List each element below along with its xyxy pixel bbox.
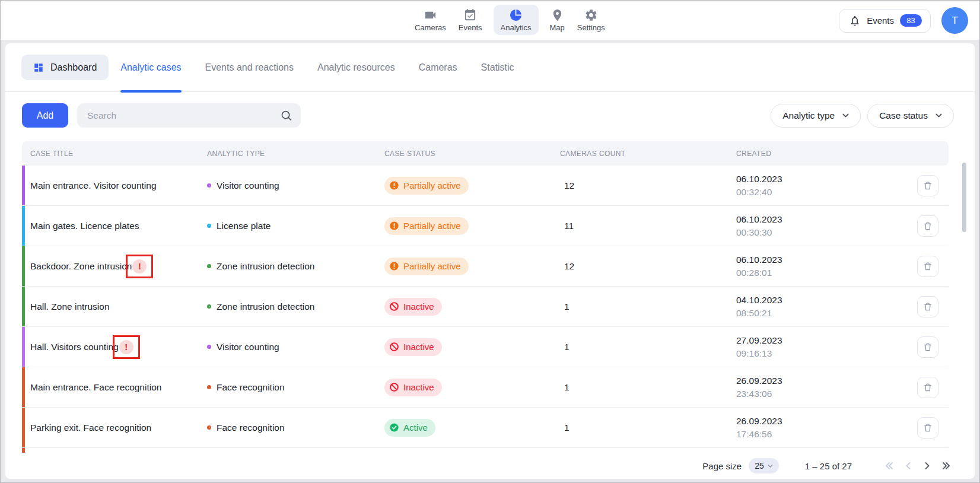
type-ring-icon (207, 385, 211, 389)
partial-table-row (22, 448, 949, 453)
table-row[interactable]: Hall. Visitors counting!Visitor counting… (22, 327, 949, 367)
tab-analytic-resources[interactable]: Analytic resources (317, 43, 395, 92)
row-color-bar (22, 287, 25, 326)
table-row[interactable]: Main gates. Licence platesLicense plateP… (22, 206, 949, 246)
annotation-box: ! (113, 335, 140, 359)
add-button[interactable]: Add (22, 103, 68, 128)
table-row[interactable]: Main entrance. Visitor countingVisitor c… (22, 166, 949, 206)
case-title-cell: Main gates. Licence plates (22, 221, 207, 231)
nav-item-label: Analytics (501, 23, 532, 32)
filter-case-status[interactable]: Case status (867, 104, 954, 128)
pagination-range: 1 – 25 of 27 (805, 461, 852, 471)
prev-page-button[interactable] (901, 458, 916, 474)
created-date: 27.09.2023 (736, 334, 917, 347)
videocam-icon (424, 8, 437, 22)
tab-statistic[interactable]: Statistic (481, 43, 514, 92)
created-time: 08:50:21 (736, 307, 917, 320)
status-label: Inactive (403, 382, 434, 392)
app-window: CamerasEventsAnalyticsMapSettings Events… (0, 0, 980, 483)
status-label: Inactive (403, 301, 434, 312)
case-title-cell: Hall. Visitors counting! (22, 335, 207, 359)
chevron-down-icon (841, 110, 851, 120)
tab-cameras[interactable]: Cameras (419, 43, 457, 92)
delete-button[interactable] (917, 417, 938, 438)
analytic-type-label: Visitor counting (217, 180, 279, 191)
nav-item-cameras[interactable]: Cameras (413, 5, 447, 35)
cameras-count-cell: 12 (560, 261, 736, 272)
created-cell: 04.10.202308:50:21 (736, 294, 917, 320)
created-date: 26.09.2023 (736, 415, 917, 428)
delete-button[interactable] (917, 296, 938, 317)
first-page-button[interactable] (882, 458, 897, 474)
analytic-type-cell: Zone intrusion detection (207, 301, 384, 312)
status-badge: Inactive (384, 379, 442, 396)
case-title-cell: Hall. Zone intrusion (22, 301, 207, 312)
delete-button[interactable] (917, 215, 938, 237)
delete-button[interactable] (917, 256, 938, 277)
case-title-cell: Parking exit. Face recognition (22, 422, 207, 433)
analytic-type-cell: Face recognition (207, 382, 384, 393)
created-time: 23:43:06 (736, 387, 917, 401)
nav-item-settings[interactable]: Settings (576, 5, 606, 35)
tabs-bar: Dashboard Analytic casesEvents and react… (5, 43, 975, 92)
type-ring-icon (207, 183, 211, 188)
actions-cell (917, 417, 949, 438)
top-right-cluster: Events 83 T (839, 1, 968, 40)
created-time: 17:46:56 (736, 428, 917, 441)
page-background: Dashboard Analytic casesEvents and react… (1, 40, 979, 482)
case-status-cell: Partially active (384, 258, 560, 275)
delete-button[interactable] (917, 336, 938, 358)
actions-cell (917, 175, 949, 196)
pager (882, 458, 954, 474)
type-ring-icon (207, 264, 211, 268)
analytic-type-cell: License plate (207, 221, 384, 231)
actions-cell (917, 215, 949, 237)
created-date: 06.10.2023 (736, 213, 917, 226)
filter-analytic-type[interactable]: Analytic type (771, 104, 861, 128)
table-row[interactable]: Hall. Zone intrusionZone intrusion detec… (22, 287, 949, 327)
last-page-button[interactable] (938, 458, 954, 474)
trash-icon (922, 301, 933, 312)
cameras-count-cell: 1 (560, 301, 736, 312)
filter-label: Analytic type (782, 110, 835, 121)
pie-chart-icon (509, 8, 523, 22)
dashboard-label: Dashboard (50, 62, 97, 73)
trash-icon (922, 422, 933, 433)
delete-button[interactable] (917, 377, 938, 398)
column-header-created: CREATED (736, 150, 917, 158)
bell-icon (849, 15, 861, 27)
status-label: Partially active (403, 261, 461, 271)
nav-item-events[interactable]: Events (457, 5, 483, 35)
page-size-select[interactable]: 25 (749, 458, 779, 474)
delete-button[interactable] (917, 175, 938, 196)
nav-item-map[interactable]: Map (549, 5, 566, 35)
table-row[interactable]: Main entrance. Face recognitionFace reco… (22, 367, 949, 408)
tab-events-and-reactions[interactable]: Events and reactions (205, 43, 294, 92)
table-body: Main entrance. Visitor countingVisitor c… (22, 166, 949, 448)
blocked-icon (389, 382, 399, 392)
dashboard-button[interactable]: Dashboard (21, 55, 109, 80)
events-button[interactable]: Events 83 (839, 9, 931, 33)
toolbar: Add Analytic typeCase status (5, 103, 975, 128)
tab-analytic-cases[interactable]: Analytic cases (120, 43, 181, 92)
column-header-case-title: CASE TITLE (22, 150, 207, 158)
nav-item-analytics[interactable]: Analytics (494, 5, 539, 35)
case-title: Hall. Zone intrusion (30, 301, 110, 312)
status-label: Partially active (403, 180, 461, 190)
row-color-bar (22, 448, 25, 453)
search-input[interactable] (87, 110, 280, 121)
case-title-cell: Backdoor. Zone intrusion! (22, 255, 207, 278)
trash-icon (922, 261, 933, 272)
created-time: 00:30:30 (736, 226, 917, 239)
scrollbar-thumb[interactable] (962, 163, 966, 232)
next-page-button[interactable] (919, 458, 935, 474)
type-ring-icon (207, 425, 211, 430)
warning-icon (389, 180, 399, 190)
top-bar: CamerasEventsAnalyticsMapSettings Events… (1, 1, 979, 40)
avatar[interactable]: T (941, 7, 968, 34)
table-row[interactable]: Parking exit. Face recognitionFace recog… (22, 408, 949, 448)
table-row[interactable]: Backdoor. Zone intrusion!Zone intrusion … (22, 246, 949, 287)
type-ring-icon (207, 345, 211, 349)
top-nav: CamerasEventsAnalyticsMapSettings (413, 5, 606, 35)
search-icon[interactable] (280, 109, 292, 122)
